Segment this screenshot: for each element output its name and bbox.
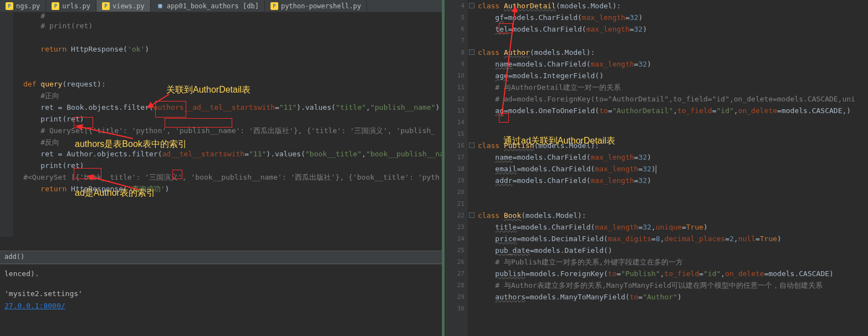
fold-toggle[interactable]: - [469, 142, 474, 148]
code-line[interactable]: # 与AuthorDetail建立一对一的关系 [478, 82, 868, 93]
tab-label: python-powershell.py [281, 2, 361, 10]
code-line[interactable]: price=models.DecimalField(max_digits=8,d… [478, 233, 868, 245]
code-line[interactable]: # 与Author表建立多对多的关系,ManyToManyField可以建在两个… [478, 279, 868, 291]
tab-powershell[interactable]: Ppython-powershell.py [265, 0, 367, 12]
tab-db[interactable]: ▦app01_book_authors [db] [151, 0, 265, 12]
code-line[interactable]: #反向 [23, 136, 442, 148]
code-line[interactable]: tel=models.CharField(max_length=32) [478, 23, 868, 35]
tab-views[interactable]: Pviews.py [96, 0, 151, 12]
code-line[interactable]: class Author(models.Model): [478, 47, 868, 58]
code-line[interactable] [23, 195, 442, 206]
code-line[interactable] [478, 116, 868, 128]
python-icon: P [102, 2, 110, 10]
code-line[interactable]: name=models.CharField(max_length=32) [478, 151, 868, 163]
code-line[interactable]: return HttpResponse('ok') [23, 43, 442, 55]
vcs-change-bar [442, 0, 445, 336]
tab-bar: Pngs.py Purls.py Pviews.py ▦app01_book_a… [0, 0, 442, 12]
code-line[interactable]: title=models.CharField(max_length=32,uni… [478, 221, 868, 233]
code-line[interactable]: # ad=models.ForeignKey(to="AuthorDetail"… [478, 93, 868, 105]
code-line[interactable]: print(ret) [23, 160, 442, 171]
python-icon: P [6, 2, 13, 10]
code-line[interactable]: # QuerySet[{'title': 'python', 'publish_… [23, 125, 442, 136]
code-line[interactable]: class AuthorDetail(models.Model): [478, 0, 868, 12]
console-line: 'mysite2.settings' [4, 288, 437, 300]
fold-toggle[interactable]: - [469, 212, 474, 218]
code-line[interactable]: #<QuerySet [{'book__title': '三国演义', 'boo… [23, 171, 442, 183]
code-line[interactable]: addr=models.CharField(max_length=32) [478, 175, 868, 186]
line-gutter: 4567891011121314151617181920212223242526… [442, 0, 468, 336]
table-icon: ▦ [156, 2, 164, 10]
code-line[interactable] [23, 55, 442, 67]
code-line[interactable]: pub_date=models.DateField() [478, 245, 868, 256]
left-editor[interactable]: # # print(ret) return HttpResponse('ok')… [0, 12, 442, 237]
code-line[interactable]: class Publish(models.Model): [478, 140, 868, 151]
code-line[interactable]: authors=models.ManyToManyField(to="Autho… [478, 291, 868, 303]
left-editor-pane: Pngs.py Purls.py Pviews.py ▦app01_book_a… [0, 0, 442, 336]
tab-label: ngs.py [16, 2, 40, 10]
tab-label: app01_book_authors [db] [167, 2, 259, 10]
code-line[interactable]: gf=models.CharField(max_length=32) [478, 12, 868, 23]
code-line[interactable]: age=models.IntegerField() [478, 70, 868, 82]
breadcrumb-bar[interactable]: add() [0, 251, 442, 264]
code-area[interactable]: class AuthorDetail(models.Model): gf=mod… [478, 0, 868, 336]
tab-label: views.py [113, 2, 145, 10]
fold-toggle[interactable]: - [469, 3, 474, 8]
console-output[interactable]: lenced). 'mysite2.settings' 27.0.0.1:800… [0, 264, 442, 336]
code-line[interactable]: ret = Author.objects.filter(ad__tel__sta… [23, 148, 442, 160]
code-line[interactable] [478, 198, 868, 210]
code-line[interactable] [478, 303, 868, 314]
code-area[interactable]: # # print(ret) return HttpResponse('ok')… [23, 12, 442, 237]
code-line[interactable]: class Book(models.Model): [478, 210, 868, 221]
tab-urls[interactable]: Purls.py [46, 0, 96, 12]
code-line[interactable]: return HttpResponse('查询成功') [23, 183, 442, 195]
console-line: lenced). [4, 268, 437, 280]
tab-label: urls.py [62, 2, 90, 10]
code-line[interactable]: email=models.CharField(max_length=32) [478, 163, 868, 175]
breadcrumb-text: add() [4, 253, 24, 261]
code-line[interactable] [23, 32, 442, 43]
console-link[interactable]: 27.0.0.1:8000/ [4, 302, 65, 310]
code-line[interactable]: #正向 [23, 90, 442, 101]
code-line[interactable]: print(ret) [23, 113, 442, 125]
code-line[interactable]: # 与Publish建立一对多的关系,外键字段建立在多的一方 [478, 256, 868, 268]
python-icon: P [270, 2, 278, 10]
code-line[interactable] [478, 186, 868, 198]
right-editor[interactable]: 4567891011121314151617181920212223242526… [442, 0, 868, 336]
code-line[interactable]: ret = Book.objects.filter(authors__ad__t… [23, 101, 442, 113]
fold-column [13, 12, 23, 237]
python-icon: P [52, 2, 59, 10]
code-line[interactable]: # print(ret) [23, 20, 442, 32]
fold-toggle[interactable]: - [469, 49, 474, 55]
line-gutter [0, 12, 13, 237]
code-line[interactable]: publish=models.ForeignKey(to="Publish",t… [478, 268, 868, 279]
code-line[interactable] [23, 67, 442, 78]
code-line[interactable]: ad=models.OneToOneField(to="AuthorDetail… [478, 105, 868, 116]
right-editor-pane: 4567891011121314151617181920212223242526… [442, 0, 868, 336]
code-line[interactable] [478, 35, 868, 47]
code-line[interactable]: name=models.CharField(max_length=32) [478, 58, 868, 70]
fold-column: ---- [468, 0, 478, 336]
code-line[interactable]: def query(request): [23, 78, 442, 90]
tab-ngs[interactable]: Pngs.py [0, 0, 46, 12]
code-line[interactable] [478, 128, 868, 140]
